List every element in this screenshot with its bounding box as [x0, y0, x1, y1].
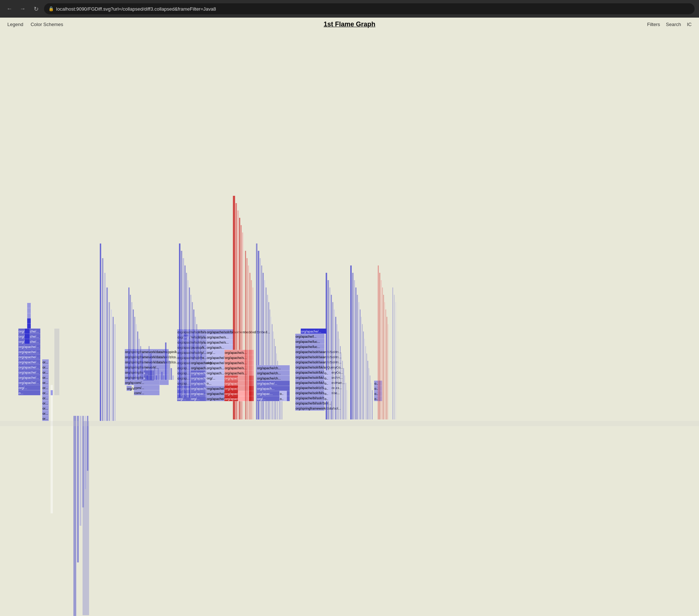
svg-rect-350	[332, 302, 333, 419]
svg-text:org/apache/s...: org/apache/s...	[225, 356, 247, 360]
svg-rect-62	[73, 416, 76, 616]
svg-rect-113	[143, 361, 144, 380]
flamegraph-title: 1st Flame Graph	[323, 21, 375, 28]
svg-text:org/apac...: org/apac...	[257, 392, 273, 396]
svg-rect-109	[137, 331, 138, 380]
svg-rect-63	[77, 416, 79, 562]
svg-rect-246	[252, 287, 253, 419]
svg-text:or...: or...	[43, 360, 48, 364]
forward-button[interactable]: →	[18, 4, 28, 14]
svg-rect-106	[133, 309, 134, 380]
svg-rect-381	[360, 309, 361, 419]
svg-text:org/apache/...: org/apache/...	[19, 376, 39, 380]
svg-rect-355	[339, 339, 340, 419]
svg-rect-386	[365, 346, 366, 419]
svg-rect-272	[270, 309, 270, 419]
svg-text:o...: o...	[19, 391, 23, 395]
svg-text:or...: or...	[43, 396, 48, 400]
svg-rect-382	[361, 317, 362, 419]
svg-text:or...: or...	[43, 366, 48, 369]
color-schemes-link[interactable]: Color Schemes	[30, 22, 63, 27]
svg-rect-103	[128, 287, 129, 380]
svg-text:org/apache/...: org/apache/...	[257, 382, 277, 385]
svg-rect-410	[392, 287, 393, 419]
toolbar: Legend Color Schemes 1st Flame Graph Fil…	[0, 18, 699, 31]
search-link[interactable]: Search	[666, 22, 681, 27]
svg-text:org/apache/ch...: org/apache/ch...	[257, 371, 281, 375]
svg-rect-60	[51, 385, 53, 513]
flamegraph-svg[interactable]: o... org/... org/apache/... org/apache/.…	[0, 31, 699, 616]
svg-rect-119	[154, 368, 155, 380]
svg-text:org/apach...: org/apach...	[207, 346, 224, 349]
svg-text:org/apach...: org/apach...	[207, 366, 224, 370]
svg-text:org/s...: org/s...	[127, 387, 137, 390]
svg-rect-361	[345, 383, 346, 419]
svg-rect-75	[113, 317, 114, 421]
svg-rect-385	[364, 339, 365, 419]
svg-text:org/apache/luc...: org/apache/luc...	[296, 340, 320, 344]
svg-rect-123	[161, 372, 162, 380]
svg-rect-408	[387, 317, 387, 419]
svg-text:o..: o..	[280, 397, 283, 401]
svg-rect-359	[343, 368, 344, 419]
svg-rect-357	[341, 353, 342, 419]
svg-rect-116	[149, 346, 150, 380]
reload-button[interactable]: ↻	[31, 4, 41, 14]
svg-rect-127	[169, 361, 170, 380]
svg-text:or...: or...	[43, 417, 48, 421]
svg-text:o..: o..	[280, 392, 283, 396]
svg-text:org/apach...: org/apach...	[191, 366, 209, 370]
svg-rect-376	[352, 273, 354, 419]
svg-rect-241	[245, 251, 246, 419]
svg-rect-129	[172, 375, 174, 380]
svg-rect-168	[189, 287, 190, 397]
svg-rect-128	[171, 368, 172, 380]
svg-rect-72	[106, 287, 108, 421]
svg-rect-392	[372, 390, 373, 419]
legend-link[interactable]: Legend	[7, 22, 23, 27]
svg-rect-162	[179, 243, 180, 397]
svg-text:org/apache/...: org/apache/...	[19, 371, 39, 374]
svg-rect-351	[334, 309, 335, 419]
svg-rect-353	[337, 324, 337, 419]
svg-rect-30	[27, 323, 31, 329]
toolbar-right: Filters Search IC	[647, 22, 692, 27]
second-cluster[interactable]	[83, 421, 89, 615]
svg-text:or...: or...	[43, 371, 48, 374]
svg-rect-167	[187, 280, 189, 397]
svg-text:org/apache/s...: org/apache/s...	[207, 341, 229, 344]
svg-text:o..: o..	[374, 397, 378, 401]
svg-rect-379	[357, 295, 358, 419]
svg-rect-412	[395, 302, 396, 419]
svg-rect-402	[379, 273, 380, 419]
svg-text:org/apache/solr/z/SolrCore.ex.: org/apache/solr/z/SolrCore.ex...	[296, 386, 342, 390]
svg-text:o..: o..	[325, 397, 328, 401]
svg-rect-28	[25, 334, 30, 339]
svg-text:org/apache/ch...: org/apache/ch...	[191, 361, 215, 365]
ic-link[interactable]: IC	[687, 22, 692, 27]
svg-rect-391	[371, 383, 372, 419]
svg-rect-68	[83, 421, 89, 615]
svg-rect-405	[383, 295, 384, 419]
address-bar[interactable]: 🔒 localhost:9090/FGDiff.svg?url=/collaps…	[44, 3, 695, 14]
svg-text:org/apach...: org/apach...	[191, 371, 209, 375]
svg-rect-73	[109, 302, 110, 421]
svg-rect-114	[145, 368, 146, 380]
svg-rect-61	[54, 329, 59, 395]
svg-text:or...: or...	[43, 412, 48, 415]
svg-rect-108	[136, 324, 137, 380]
svg-rect-358	[342, 361, 343, 419]
svg-rect-76	[114, 324, 116, 421]
svg-text:or...: or...	[43, 391, 48, 395]
filters-link[interactable]: Filters	[647, 22, 660, 27]
svg-rect-389	[369, 368, 369, 419]
svg-text:o..: o..	[325, 392, 328, 396]
svg-text:org/apach...: org/apach...	[191, 382, 209, 385]
url-text: localhost:9090/FGDiff.svg?url=/collapsed…	[56, 6, 216, 12]
back-button[interactable]: ←	[4, 4, 15, 14]
svg-text:o..: o..	[374, 382, 378, 385]
svg-rect-356	[340, 346, 341, 419]
svg-text:or...: or...	[43, 402, 48, 405]
flamegraph-area[interactable]: o... org/... org/apache/... org/apache/.…	[0, 31, 699, 616]
svg-rect-104	[130, 295, 131, 380]
